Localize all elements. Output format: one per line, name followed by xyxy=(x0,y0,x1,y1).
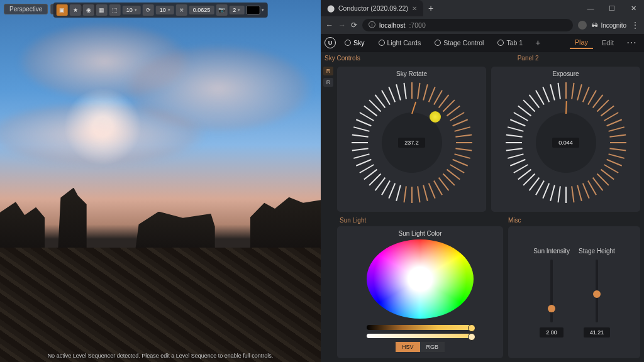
svg-line-71 xyxy=(572,186,574,202)
mode-play[interactable]: Play xyxy=(570,36,593,49)
browser-menu-icon[interactable]: ⋮ xyxy=(631,21,639,30)
svg-line-14 xyxy=(454,154,470,158)
new-tab-button[interactable]: + xyxy=(423,3,438,13)
incognito-icon: 🕶 xyxy=(592,22,598,29)
perspective-button[interactable]: Perspective xyxy=(4,4,48,14)
camera-speed-field[interactable]: 2▾ xyxy=(229,6,244,14)
sun-light-card: Sun Light Color HSV RGB xyxy=(337,226,503,358)
move-snap-field[interactable]: 10▾ xyxy=(156,6,174,14)
realtime-icon[interactable]: ◉ xyxy=(83,4,94,16)
svg-line-7 xyxy=(447,106,460,116)
browser-tab[interactable]: ⬤ Conductor (2020.09.22) ✕ xyxy=(321,0,423,16)
panel-header: Sky Controls Panel 2 xyxy=(321,52,644,64)
angle-snap-field[interactable]: 10▾ xyxy=(123,6,141,14)
color-wheel-cursor[interactable] xyxy=(418,277,423,282)
omnibox[interactable]: ⓘ localhost:7000 xyxy=(362,19,573,31)
svg-line-90 xyxy=(523,100,535,111)
tab-tab1[interactable]: Tab 1 xyxy=(492,36,528,49)
svg-line-63 xyxy=(606,160,621,166)
scale-snap-icon[interactable]: ⤧ xyxy=(176,4,187,16)
mode-hsv-button[interactable]: HSV xyxy=(396,342,420,352)
svg-line-41 xyxy=(364,106,377,116)
svg-line-70 xyxy=(577,185,582,201)
window-close-button[interactable]: ✕ xyxy=(623,4,644,13)
nav-reload-icon[interactable]: ⟳ xyxy=(351,21,357,30)
slider-knob[interactable] xyxy=(468,324,475,332)
svg-line-34 xyxy=(353,154,369,158)
svg-line-43 xyxy=(375,95,385,108)
scale-snap-field[interactable]: 0.0625 xyxy=(189,6,214,14)
svg-line-61 xyxy=(609,148,626,150)
svg-line-92 xyxy=(536,90,544,105)
nav-back-icon[interactable]: ← xyxy=(326,21,333,30)
lightness-slider[interactable] xyxy=(367,334,474,338)
nav-forward-icon[interactable]: → xyxy=(338,21,346,30)
color-wheel[interactable] xyxy=(367,239,474,319)
dial-highlight xyxy=(430,111,441,123)
site-info-icon[interactable]: ⓘ xyxy=(369,21,375,30)
sky-rotate-dial[interactable]: 237.2 xyxy=(349,80,475,206)
browser-window: ⬤ Conductor (2020.09.22) ✕ + — ☐ ✕ ← → ⟳… xyxy=(321,0,644,362)
svg-line-73 xyxy=(558,186,560,202)
camera-speed-icon[interactable]: 📷 xyxy=(216,4,227,16)
tab-stage-control[interactable]: Stage Control xyxy=(430,36,489,49)
viewport-status: No active Level Sequencer detected. Plea… xyxy=(0,353,321,359)
mode-rgb-button[interactable]: RGB xyxy=(420,342,445,352)
extension-icon[interactable] xyxy=(578,21,587,30)
svg-line-29 xyxy=(375,178,385,191)
svg-line-83 xyxy=(506,148,522,150)
tab-dot-icon xyxy=(379,40,385,46)
svg-line-11 xyxy=(455,134,472,136)
slider-knob[interactable] xyxy=(548,305,555,312)
svg-line-19 xyxy=(438,178,448,191)
svg-line-93 xyxy=(543,87,549,102)
browser-addressbar: ← → ⟳ ⓘ localhost:7000 🕶 Incognito ⋮ xyxy=(321,16,644,34)
surface-snap-icon[interactable]: ⬚ xyxy=(109,4,121,16)
svg-line-37 xyxy=(352,134,368,136)
slider-knob[interactable] xyxy=(593,290,601,298)
mode-edit[interactable]: Edit xyxy=(597,37,619,48)
stage-height-slider[interactable] xyxy=(596,260,598,322)
svg-line-85 xyxy=(506,134,522,136)
sun-intensity-slider[interactable] xyxy=(550,260,553,322)
app-menu-icon[interactable]: ⋯ xyxy=(623,36,640,48)
tab-light-cards[interactable]: Light Cards xyxy=(374,36,426,49)
svg-line-16 xyxy=(450,165,464,173)
slider-knob[interactable] xyxy=(468,333,475,341)
svg-line-30 xyxy=(369,173,380,185)
tab-sky[interactable]: Sky xyxy=(340,36,370,49)
svg-line-15 xyxy=(452,160,467,166)
exposure-card: Exposure 0.044 xyxy=(491,67,640,212)
window-maximize-button[interactable]: ☐ xyxy=(601,4,623,13)
svg-line-68 xyxy=(588,181,596,195)
svg-line-17 xyxy=(447,170,460,180)
sidebar-r-button[interactable]: R xyxy=(323,67,333,75)
viewport-scene xyxy=(0,0,321,362)
svg-line-77 xyxy=(529,178,539,191)
exposure-dial[interactable]: 0.044 xyxy=(503,80,629,206)
svg-line-9 xyxy=(452,119,467,126)
grid-icon[interactable]: ▦ xyxy=(96,4,108,16)
svg-line-42 xyxy=(369,100,380,111)
viewport-menu-caret[interactable]: ▾ xyxy=(262,8,264,13)
svg-line-55 xyxy=(601,106,614,116)
window-minimize-button[interactable]: — xyxy=(580,4,601,13)
svg-line-39 xyxy=(356,119,371,126)
svg-line-53 xyxy=(592,95,602,108)
viewport[interactable]: Perspective Lit Show ▣ ★ ◉ ▦ ⬚ 10▾ ⟳ 10▾… xyxy=(0,0,321,362)
game-mode-icon[interactable]: ▣ xyxy=(57,4,68,16)
browser-titlebar: ⬤ Conductor (2020.09.22) ✕ + — ☐ ✕ xyxy=(321,0,644,16)
svg-line-21 xyxy=(428,184,435,199)
add-tab-button[interactable]: + xyxy=(531,38,544,48)
value-slider[interactable] xyxy=(367,325,474,329)
ue-logo-icon[interactable]: U xyxy=(325,37,336,48)
section-misc: Misc xyxy=(508,217,640,224)
svg-line-2 xyxy=(423,84,428,100)
rotate-snap-icon[interactable]: ⟳ xyxy=(143,4,154,16)
svg-line-13 xyxy=(455,148,472,150)
svg-line-27 xyxy=(389,184,395,199)
sidebar-r-button[interactable]: R xyxy=(323,78,333,87)
bookmark-icon[interactable]: ★ xyxy=(70,4,81,16)
bgcolor-swatch[interactable] xyxy=(246,6,260,14)
tab-close-icon[interactable]: ✕ xyxy=(412,5,417,12)
